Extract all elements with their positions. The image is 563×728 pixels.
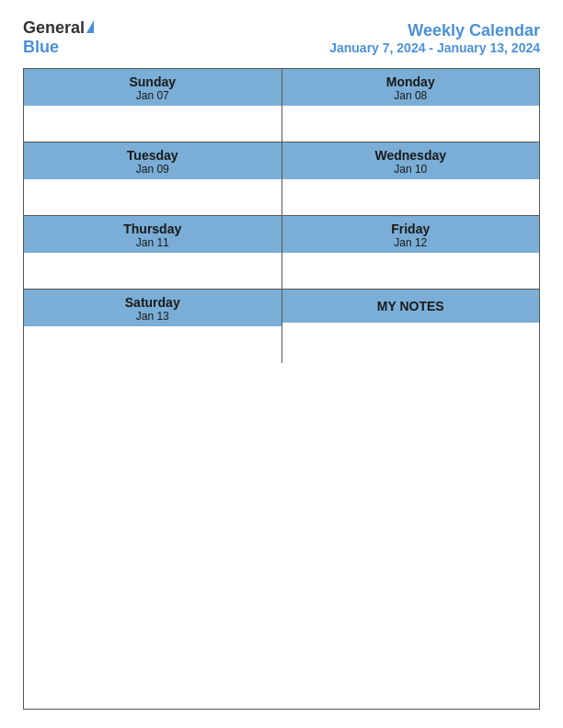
calendar-row-3: Thursday Jan 11 Friday Jan 12 [24, 216, 539, 290]
logo-general-text: General [23, 18, 85, 38]
thursday-day-name: Thursday [28, 222, 278, 236]
cell-wednesday: Wednesday Jan 10 [282, 142, 540, 215]
saturday-day-date: Jan 13 [28, 310, 278, 323]
calendar-title: Weekly Calendar [329, 21, 540, 40]
cell-thursday: Thursday Jan 11 [24, 216, 282, 289]
notes-body [282, 323, 540, 363]
sunday-day-name: Sunday [28, 74, 278, 89]
calendar-date-range: January 7, 2024 - January 13, 2024 [329, 40, 540, 55]
notes-label: MY NOTES [377, 299, 444, 313]
tuesday-day-date: Jan 09 [28, 163, 278, 176]
thursday-day-date: Jan 11 [28, 236, 278, 249]
calendar-row-4: Saturday Jan 13 MY NOTES [24, 290, 539, 363]
wednesday-day-date: Jan 10 [286, 163, 536, 176]
logo: General Blue [23, 18, 94, 57]
cell-tuesday: Tuesday Jan 09 [24, 142, 282, 215]
cell-monday: Monday Jan 08 [282, 69, 540, 142]
page-header: General Blue Weekly Calendar January 7, … [23, 18, 540, 57]
cell-saturday: Saturday Jan 13 [24, 290, 282, 363]
cell-wednesday-header: Wednesday Jan 10 [282, 142, 540, 179]
monday-body [282, 106, 540, 142]
logo-triangle-icon [86, 20, 94, 33]
friday-day-name: Friday [286, 222, 536, 236]
cell-saturday-header: Saturday Jan 13 [24, 290, 282, 326]
sunday-day-date: Jan 07 [28, 89, 278, 102]
cell-friday-header: Friday Jan 12 [282, 216, 540, 253]
monday-day-date: Jan 08 [286, 89, 536, 102]
tuesday-day-name: Tuesday [28, 148, 278, 163]
sunday-body [24, 106, 282, 142]
cell-sunday: Sunday Jan 07 [24, 69, 282, 142]
wednesday-body [282, 179, 540, 215]
calendar-row-1: Sunday Jan 07 Monday Jan 08 [24, 69, 539, 142]
calendar-grid: Sunday Jan 07 Monday Jan 08 Tuesday Jan … [23, 68, 540, 710]
monday-day-name: Monday [286, 74, 536, 89]
thursday-body [24, 253, 282, 289]
cell-thursday-header: Thursday Jan 11 [24, 216, 282, 253]
logo-blue-text: Blue [23, 38, 59, 57]
cell-friday: Friday Jan 12 [282, 216, 540, 289]
notes-header: MY NOTES [282, 290, 540, 323]
calendar-row-2: Tuesday Jan 09 Wednesday Jan 10 [24, 142, 539, 216]
cell-notes: MY NOTES [282, 290, 540, 363]
friday-day-date: Jan 12 [286, 236, 536, 249]
page: General Blue Weekly Calendar January 7, … [0, 0, 563, 728]
tuesday-body [24, 179, 282, 215]
wednesday-day-name: Wednesday [286, 148, 536, 163]
title-block: Weekly Calendar January 7, 2024 - Januar… [329, 21, 540, 55]
saturday-body [24, 326, 282, 363]
cell-sunday-header: Sunday Jan 07 [24, 69, 282, 106]
friday-body [282, 253, 540, 289]
saturday-day-name: Saturday [28, 295, 278, 310]
cell-monday-header: Monday Jan 08 [282, 69, 540, 106]
cell-tuesday-header: Tuesday Jan 09 [24, 142, 282, 179]
